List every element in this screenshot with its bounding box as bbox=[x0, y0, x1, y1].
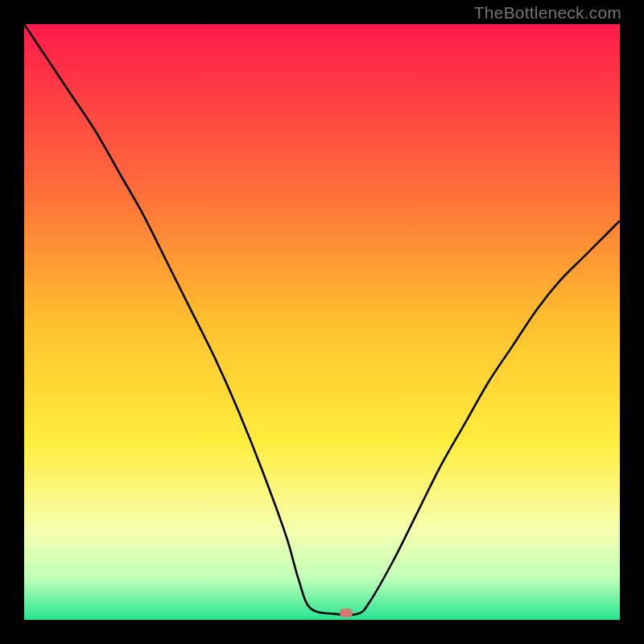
bottleneck-curve bbox=[24, 24, 620, 620]
optimal-point-marker bbox=[340, 609, 353, 617]
chart-frame: TheBottleneck.com bbox=[0, 0, 644, 644]
watermark-text: TheBottleneck.com bbox=[474, 3, 621, 23]
plot-area bbox=[24, 24, 620, 620]
